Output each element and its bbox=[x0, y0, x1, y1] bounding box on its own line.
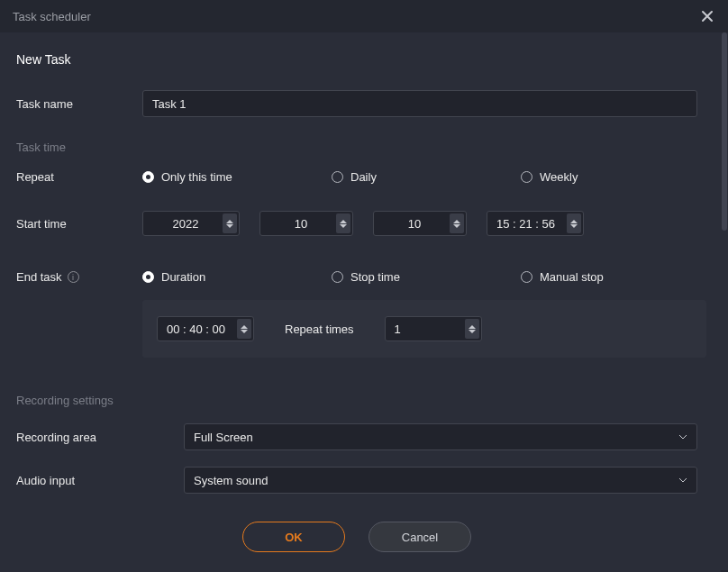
start-time-label: Start time bbox=[16, 217, 142, 231]
year-spinner[interactable]: 2022 bbox=[142, 211, 240, 236]
repeat-options: Only this time Daily Weekly bbox=[142, 170, 697, 184]
month-value: 10 bbox=[295, 217, 307, 231]
repeat-row: Repeat Only this time Daily Weekly bbox=[16, 170, 697, 184]
radio-daily[interactable]: Daily bbox=[332, 170, 521, 184]
duration-value: 00 : 40 : 00 bbox=[167, 322, 225, 336]
radio-weekly[interactable]: Weekly bbox=[521, 170, 697, 184]
month-spinner[interactable]: 10 bbox=[259, 211, 353, 236]
spinner-arrows-icon[interactable] bbox=[465, 319, 479, 339]
radio-label: Stop time bbox=[350, 270, 400, 284]
repeat-label: Repeat bbox=[16, 170, 142, 184]
spinner-arrows-icon[interactable] bbox=[450, 213, 464, 233]
audio-input-select[interactable]: System sound bbox=[184, 467, 697, 494]
repeat-times-value: 1 bbox=[395, 322, 401, 336]
window-title: Task scheduler bbox=[13, 10, 91, 23]
dialog-content: New Task Task name Task time Repeat Only… bbox=[0, 32, 721, 572]
radio-dot-icon bbox=[332, 271, 343, 283]
ok-button[interactable]: OK bbox=[242, 522, 345, 552]
audio-input-value: System sound bbox=[194, 474, 268, 487]
radio-dot-icon bbox=[142, 271, 154, 283]
section-recording-settings: Recording settings bbox=[16, 394, 697, 407]
repeat-times-label: Repeat times bbox=[285, 322, 354, 336]
task-name-input[interactable] bbox=[142, 90, 697, 117]
day-value: 10 bbox=[408, 217, 421, 231]
radio-only-this-time[interactable]: Only this time bbox=[142, 170, 332, 184]
recording-area-row: Recording area Full Screen bbox=[16, 423, 697, 450]
duration-spinner[interactable]: 00 : 40 : 00 bbox=[157, 316, 254, 341]
task-name-row: Task name bbox=[16, 90, 697, 117]
recording-area-value: Full Screen bbox=[194, 431, 253, 444]
radio-label: Weekly bbox=[540, 170, 578, 184]
task-name-label: Task name bbox=[16, 97, 142, 111]
audio-input-row: Audio input System sound bbox=[16, 467, 697, 494]
spinner-arrows-icon[interactable] bbox=[237, 319, 251, 339]
spinner-arrows-icon[interactable] bbox=[336, 213, 350, 233]
repeat-times-spinner[interactable]: 1 bbox=[385, 316, 482, 341]
titlebar: Task scheduler bbox=[0, 0, 728, 32]
spinner-arrows-icon[interactable] bbox=[567, 213, 581, 233]
page-title: New Task bbox=[16, 52, 697, 67]
close-icon bbox=[701, 10, 714, 23]
recording-area-select[interactable]: Full Screen bbox=[184, 423, 697, 450]
start-time-row: Start time 2022 10 10 15 : 21 : 56 bbox=[16, 211, 697, 236]
section-task-time: Task time bbox=[16, 141, 697, 154]
scrollbar[interactable] bbox=[721, 32, 728, 570]
radio-label: Daily bbox=[350, 170, 377, 184]
footer: OK Cancel bbox=[16, 522, 697, 552]
end-task-label: End task i bbox=[16, 270, 142, 284]
scrollbar-thumb[interactable] bbox=[722, 32, 727, 231]
radio-label: Only this time bbox=[161, 170, 232, 184]
radio-dot-icon bbox=[142, 171, 154, 183]
radio-duration[interactable]: Duration bbox=[142, 270, 332, 284]
clock-value: 15 : 21 : 56 bbox=[496, 217, 555, 231]
radio-dot-icon bbox=[332, 171, 343, 183]
radio-label: Manual stop bbox=[540, 270, 604, 284]
day-spinner[interactable]: 10 bbox=[373, 211, 467, 236]
end-task-row: End task i Duration Stop time Manual sto… bbox=[16, 270, 697, 284]
radio-manual-stop[interactable]: Manual stop bbox=[521, 270, 697, 284]
recording-area-label: Recording area bbox=[16, 431, 184, 444]
radio-label: Duration bbox=[161, 270, 205, 284]
duration-panel: 00 : 40 : 00 Repeat times 1 bbox=[142, 300, 706, 358]
audio-input-label: Audio input bbox=[16, 474, 184, 487]
radio-stop-time[interactable]: Stop time bbox=[332, 270, 521, 284]
radio-dot-icon bbox=[521, 271, 532, 283]
close-button[interactable] bbox=[699, 8, 715, 24]
end-options: Duration Stop time Manual stop bbox=[142, 270, 697, 284]
clock-spinner[interactable]: 15 : 21 : 56 bbox=[487, 211, 584, 236]
cancel-button[interactable]: Cancel bbox=[369, 522, 471, 552]
chevron-down-icon bbox=[678, 434, 687, 440]
spinner-arrows-icon[interactable] bbox=[223, 213, 237, 233]
info-icon[interactable]: i bbox=[68, 271, 79, 283]
year-value: 2022 bbox=[173, 217, 199, 231]
radio-dot-icon bbox=[521, 171, 532, 183]
chevron-down-icon bbox=[678, 477, 687, 483]
